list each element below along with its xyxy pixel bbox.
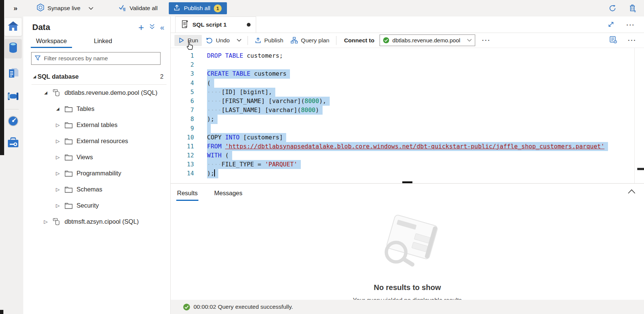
nav-monitor[interactable] bbox=[6, 115, 20, 128]
folder-icon bbox=[65, 122, 73, 129]
data-panel-tabs: Workspace Linked bbox=[23, 37, 170, 48]
tree-item-label: dbtmsft.azsyn.cipool (SQL) bbox=[65, 218, 139, 225]
tree-item-label: External tables bbox=[77, 121, 117, 129]
run-options-chevron-icon[interactable] bbox=[236, 38, 242, 43]
tree-item-security[interactable]: ▷Security bbox=[23, 197, 170, 214]
line-number: 3 bbox=[171, 69, 194, 78]
collapsed-triangle-icon[interactable]: ▷ bbox=[55, 122, 61, 128]
script-properties-icon[interactable] bbox=[609, 36, 617, 45]
tree-item-external-tables[interactable]: ▷External tables bbox=[23, 117, 170, 133]
connect-to-pool-select[interactable]: dbtlabs.revenue.demo.pool bbox=[380, 34, 475, 46]
filter-resources-input[interactable] bbox=[44, 55, 157, 62]
text-cursor bbox=[214, 169, 215, 176]
collapsed-triangle-icon[interactable]: ▷ bbox=[55, 170, 61, 176]
tab-linked[interactable]: Linked bbox=[94, 37, 112, 48]
window-edge-corner bbox=[0, 310, 3, 314]
document-tab-title: SQL script 1 bbox=[192, 21, 227, 28]
tree-item-label: SQL database bbox=[38, 73, 79, 80]
environment-switcher[interactable]: Synapse live bbox=[36, 3, 94, 13]
collapsed-triangle-icon[interactable]: ▷ bbox=[55, 203, 61, 208]
editor-more-icon[interactable]: ··· bbox=[626, 37, 639, 44]
nav-develop[interactable] bbox=[6, 67, 20, 80]
undo-button[interactable]: Undo bbox=[202, 35, 233, 46]
collapsed-triangle-icon[interactable]: ▷ bbox=[55, 138, 61, 144]
connected-check-icon bbox=[383, 37, 389, 43]
code-line-9[interactable]: 9 bbox=[171, 124, 644, 133]
code-line-3[interactable]: 3CREATE TABLE customers bbox=[171, 69, 644, 78]
nav-manage[interactable] bbox=[6, 137, 20, 150]
collapsed-triangle-icon[interactable]: ▷ bbox=[55, 187, 61, 192]
nav-home[interactable] bbox=[5, 18, 22, 36]
publish-button[interactable]: Publish bbox=[251, 35, 287, 46]
tree-item-views[interactable]: ▷Views bbox=[23, 149, 170, 165]
code-line-1[interactable]: 1DROP TABLE customers; bbox=[171, 51, 644, 60]
editor-scrollbar-track bbox=[634, 48, 635, 183]
code-line-text: ( bbox=[207, 79, 214, 88]
publish-all-button[interactable]: Publish all 1 bbox=[169, 2, 227, 14]
code-editor[interactable]: 1DROP TABLE customers;23CREATE TABLE cus… bbox=[171, 48, 644, 183]
line-number: 4 bbox=[171, 79, 194, 88]
expand-editor-icon[interactable] bbox=[608, 21, 614, 29]
code-line-14[interactable]: 14); bbox=[171, 169, 644, 178]
tree-item-dbtlabs-revenue-demo-pool-sql[interactable]: ◢dbtlabs.revenue.demo.pool (SQL) bbox=[23, 85, 170, 101]
nav-integrate[interactable] bbox=[6, 91, 20, 103]
tree-item-tables[interactable]: ◢Tables bbox=[23, 101, 170, 117]
code-line-2[interactable]: 2 bbox=[171, 60, 644, 69]
editor-scrollbar-thumb[interactable] bbox=[637, 168, 644, 170]
query-plan-button[interactable]: Query plan bbox=[287, 34, 333, 46]
code-line-12[interactable]: 12WITH ( bbox=[171, 151, 644, 160]
tree-item-programmability[interactable]: ▷Programmability bbox=[23, 165, 170, 181]
tab-results[interactable]: Results bbox=[177, 184, 198, 202]
tree-item-sql-database[interactable]: ◢SQL database2 bbox=[23, 69, 170, 85]
folder-icon bbox=[65, 154, 73, 161]
collapse-panel-icon[interactable]: « bbox=[160, 23, 164, 32]
tab-more-options-icon[interactable]: ··· bbox=[624, 21, 637, 29]
editor-toolbar: Run Undo Publish Query plan Connect to bbox=[171, 33, 644, 48]
toolbar-divider bbox=[336, 36, 336, 45]
sql-editor-pane: SQL script 1 ··· Run Undo bbox=[171, 16, 644, 314]
play-icon bbox=[178, 37, 185, 43]
rail-divider bbox=[5, 109, 19, 109]
tree-item-schemas[interactable]: ▷Schemas bbox=[23, 181, 170, 197]
collapsed-triangle-icon[interactable]: ▷ bbox=[43, 219, 49, 224]
toolbar-more-icon[interactable]: ··· bbox=[480, 37, 493, 44]
line-number: 9 bbox=[171, 124, 194, 133]
code-line-7[interactable]: 7····[LAST_NAME] [varchar](8000) bbox=[171, 106, 644, 115]
code-line-text: ····FILE_TYPE = 'PARQUET' bbox=[207, 160, 301, 169]
line-number: 10 bbox=[171, 133, 194, 142]
collapse-all-icon[interactable] bbox=[149, 24, 155, 31]
tree-item-label: Views bbox=[77, 154, 93, 161]
discard-trash-icon[interactable] bbox=[627, 3, 638, 13]
success-check-icon bbox=[183, 304, 190, 311]
publish-all-label: Publish all bbox=[184, 5, 210, 12]
validate-all-button[interactable]: Validate all bbox=[118, 3, 158, 13]
tree-item-label: External resources bbox=[77, 138, 128, 145]
code-line-8[interactable]: 8); bbox=[171, 115, 644, 124]
expanded-triangle-icon[interactable]: ◢ bbox=[55, 106, 61, 111]
expanded-triangle-icon[interactable]: ◢ bbox=[32, 74, 38, 79]
chevron-down-icon bbox=[467, 39, 472, 42]
run-button[interactable]: Run bbox=[174, 35, 202, 46]
expand-panel-icon[interactable]: » bbox=[14, 4, 18, 12]
collapse-results-chevron-icon[interactable] bbox=[627, 189, 636, 196]
tab-sql-script-1[interactable]: SQL script 1 bbox=[175, 16, 256, 33]
tab-messages[interactable]: Messages bbox=[214, 184, 242, 202]
tab-workspace[interactable]: Workspace bbox=[36, 37, 67, 48]
add-resource-icon[interactable]: + bbox=[138, 24, 144, 31]
code-line-5[interactable]: 5····[ID] [bigint], bbox=[171, 88, 644, 97]
code-line-4[interactable]: 4( bbox=[171, 79, 644, 88]
tree-item-external-resources[interactable]: ▷External resources bbox=[23, 133, 170, 149]
undo-icon bbox=[206, 37, 213, 44]
code-line-6[interactable]: 6····[FIRST_NAME] [varchar](8000), bbox=[171, 97, 644, 106]
line-number: 12 bbox=[171, 151, 194, 160]
publish-count-badge: 1 bbox=[214, 4, 222, 12]
document-tabstrip: SQL script 1 ··· bbox=[171, 16, 644, 33]
tree-item-dbtmsft-azsyn-cipool-sql[interactable]: ▷dbtmsft.azsyn.cipool (SQL) bbox=[23, 214, 170, 230]
code-line-11[interactable]: 11FROM 'https://dbtlabsynapsedatalake.bl… bbox=[171, 142, 644, 151]
refresh-icon[interactable] bbox=[607, 3, 618, 13]
code-line-13[interactable]: 13····FILE_TYPE = 'PARQUET' bbox=[171, 160, 644, 169]
collapsed-triangle-icon[interactable]: ▷ bbox=[55, 154, 61, 160]
expanded-triangle-icon[interactable]: ◢ bbox=[43, 90, 49, 95]
nav-data[interactable] bbox=[5, 39, 22, 58]
code-line-10[interactable]: 10COPY INTO [customers] bbox=[171, 133, 644, 142]
